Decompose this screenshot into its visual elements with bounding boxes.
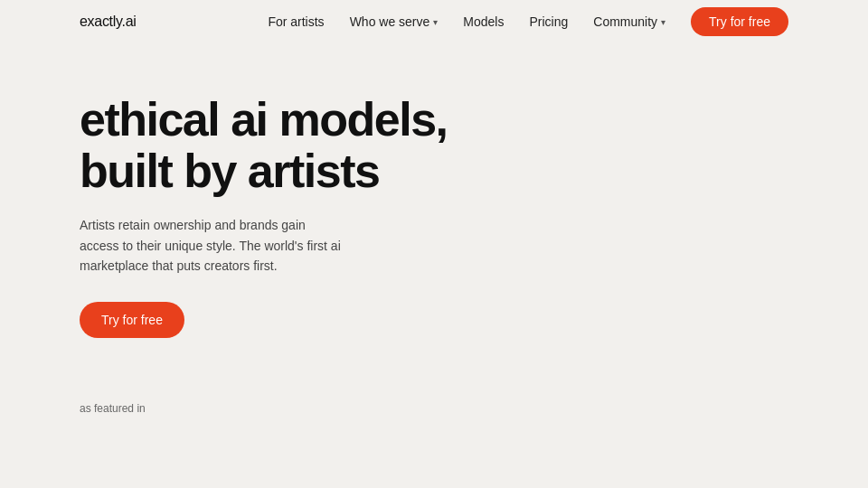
nav-link-community[interactable]: Community ▾ (593, 14, 665, 29)
hero-subtitle: Artists retain ownership and brands gain… (80, 215, 342, 276)
nav-link-for-artists[interactable]: For artists (268, 14, 324, 29)
nav-link-who-we-serve[interactable]: Who we serve ▾ (350, 14, 439, 29)
hero-try-for-free-button[interactable]: Try for free (80, 302, 184, 338)
brand-logo[interactable]: exactly.ai (80, 14, 137, 30)
navbar: exactly.ai For artists Who we serve ▾ Mo… (0, 0, 868, 43)
featured-label: as featured in (80, 402, 146, 415)
nav-try-for-free-button[interactable]: Try for free (691, 7, 788, 36)
nav-link-pricing[interactable]: Pricing (529, 14, 568, 29)
featured-section: as featured in (80, 399, 146, 416)
nav-link-models[interactable]: Models (463, 14, 504, 29)
chevron-down-icon-2: ▾ (661, 17, 665, 27)
chevron-down-icon: ▾ (433, 17, 438, 27)
hero-section: ethical ai models, built by artists Arti… (0, 43, 868, 338)
hero-title: ethical ai models, built by artists (80, 94, 532, 197)
nav-links: For artists Who we serve ▾ Models Pricin… (268, 7, 788, 36)
